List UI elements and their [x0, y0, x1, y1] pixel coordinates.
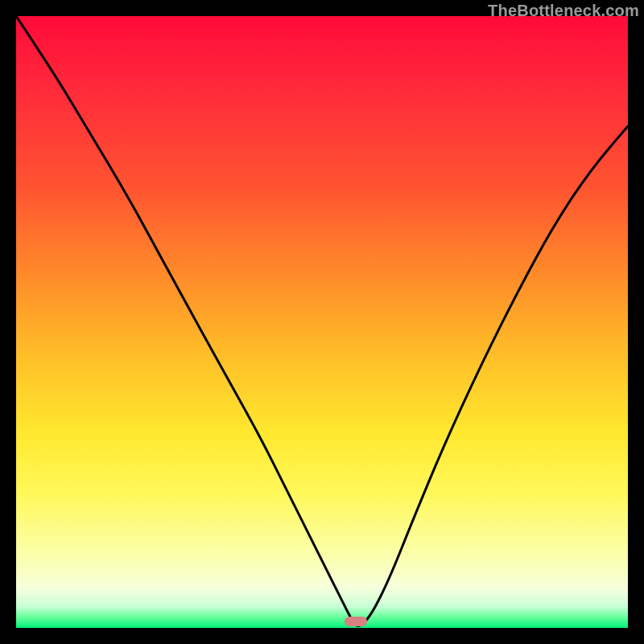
minimum-marker [345, 617, 367, 626]
plot-area [16, 16, 628, 628]
chart-frame: TheBottleneck.com [0, 0, 644, 644]
bottleneck-curve [16, 16, 628, 625]
curve-svg [16, 16, 628, 628]
watermark-text: TheBottleneck.com [488, 2, 639, 20]
